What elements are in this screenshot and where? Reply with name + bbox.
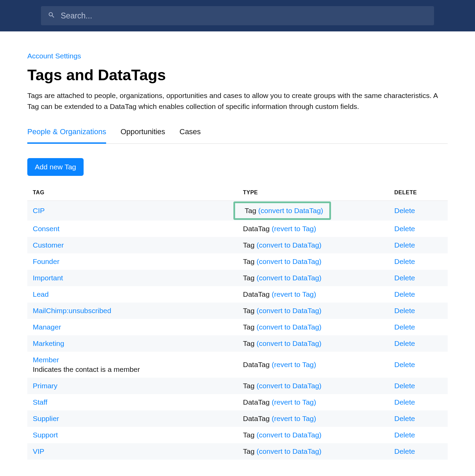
type-label: Tag bbox=[243, 241, 255, 249]
revert-to-tag-link[interactable]: (revert to Tag) bbox=[272, 290, 316, 298]
revert-to-tag-link[interactable]: (revert to Tag) bbox=[272, 361, 316, 369]
revert-to-tag-link[interactable]: (revert to Tag) bbox=[272, 398, 316, 406]
type-label: Tag bbox=[243, 323, 255, 331]
convert-to-datatag-link[interactable]: (convert to DataTag) bbox=[257, 431, 321, 439]
tag-link[interactable]: Staff bbox=[33, 398, 47, 406]
type-label: Tag bbox=[243, 339, 255, 348]
tag-link[interactable]: CIP bbox=[33, 207, 45, 214]
page-title: Tags and DataTags bbox=[27, 66, 448, 84]
type-label: Tag bbox=[245, 207, 256, 215]
search-input[interactable] bbox=[61, 11, 427, 20]
table-row: MailChimp:unsubscribedTag (convert to Da… bbox=[27, 303, 448, 319]
add-new-tag-button[interactable]: Add new Tag bbox=[27, 158, 84, 176]
table-row: LeadDataTag (revert to Tag)Delete bbox=[27, 286, 448, 303]
delete-link[interactable]: Delete bbox=[394, 339, 415, 347]
type-label: Tag bbox=[243, 431, 255, 439]
delete-link[interactable]: Delete bbox=[394, 431, 415, 439]
top-bar bbox=[0, 0, 475, 31]
type-label: DataTag bbox=[243, 415, 270, 423]
table-row: VIPTag (convert to DataTag)Delete bbox=[27, 443, 448, 460]
main-content: Account Settings Tags and DataTags Tags … bbox=[0, 31, 475, 476]
type-label: Tag bbox=[243, 274, 255, 282]
col-header-type: TYPE bbox=[238, 185, 389, 201]
tag-link[interactable]: VIP bbox=[33, 447, 44, 455]
revert-to-tag-link[interactable]: (revert to Tag) bbox=[272, 225, 316, 233]
type-label: DataTag bbox=[243, 361, 270, 369]
tag-link[interactable]: MailChimp:unsubscribed bbox=[33, 307, 111, 314]
table-row: FounderTag (convert to DataTag)Delete bbox=[27, 253, 448, 270]
delete-link[interactable]: Delete bbox=[394, 447, 415, 455]
type-label: Tag bbox=[243, 447, 255, 456]
type-label: DataTag bbox=[243, 398, 270, 406]
table-row: CustomerTag (convert to DataTag)Delete bbox=[27, 237, 448, 253]
convert-to-datatag-link[interactable]: (convert to DataTag) bbox=[257, 307, 321, 315]
tag-link[interactable]: Supplier bbox=[33, 415, 59, 422]
tag-link[interactable]: Founder bbox=[33, 257, 59, 265]
delete-link[interactable]: Delete bbox=[394, 241, 415, 249]
table-row: MemberIndicates the contact is a memberD… bbox=[27, 352, 448, 378]
tab-cases[interactable]: Cases bbox=[179, 127, 201, 144]
delete-link[interactable]: Delete bbox=[394, 257, 415, 265]
table-row: PrimaryTag (convert to DataTag)Delete bbox=[27, 378, 448, 394]
type-label: Tag bbox=[243, 382, 255, 390]
tag-link[interactable]: Marketing bbox=[33, 339, 64, 347]
table-row: CIPTag (convert to DataTag)Delete bbox=[27, 201, 448, 221]
tag-link[interactable]: Consent bbox=[33, 225, 59, 233]
tab-people-organizations[interactable]: People & Organizations bbox=[27, 127, 106, 144]
delete-link[interactable]: Delete bbox=[394, 361, 415, 368]
tag-link[interactable]: Primary bbox=[33, 382, 57, 390]
page-description: Tags are attached to people, organizatio… bbox=[27, 90, 448, 112]
tag-link[interactable]: Lead bbox=[33, 290, 49, 298]
convert-to-datatag-link[interactable]: (convert to DataTag) bbox=[258, 207, 323, 215]
convert-to-datatag-link[interactable]: (convert to DataTag) bbox=[257, 382, 321, 390]
tabs: People & OrganizationsOpportunitiesCases bbox=[27, 127, 448, 144]
delete-link[interactable]: Delete bbox=[394, 225, 415, 233]
type-label: Tag bbox=[243, 307, 255, 315]
convert-to-datatag-link[interactable]: (convert to DataTag) bbox=[257, 447, 321, 456]
convert-to-datatag-link[interactable]: (convert to DataTag) bbox=[257, 257, 321, 266]
delete-link[interactable]: Delete bbox=[394, 415, 415, 422]
table-row: StaffDataTag (revert to Tag)Delete bbox=[27, 394, 448, 410]
delete-link[interactable]: Delete bbox=[394, 274, 415, 282]
delete-link[interactable]: Delete bbox=[394, 323, 415, 331]
delete-link[interactable]: Delete bbox=[394, 307, 415, 314]
table-row: ImportantTag (convert to DataTag)Delete bbox=[27, 270, 448, 286]
type-label: DataTag bbox=[243, 225, 270, 233]
convert-to-datatag-link[interactable]: (convert to DataTag) bbox=[257, 241, 321, 249]
type-label: Tag bbox=[243, 257, 255, 266]
tag-link[interactable]: Important bbox=[33, 274, 63, 282]
search-container[interactable] bbox=[41, 6, 434, 25]
delete-link[interactable]: Delete bbox=[394, 290, 415, 298]
tag-link[interactable]: Support bbox=[33, 431, 58, 439]
tab-opportunities[interactable]: Opportunities bbox=[120, 127, 165, 144]
highlighted-cell: Tag (convert to DataTag) bbox=[233, 201, 331, 220]
tag-link[interactable]: Customer bbox=[33, 241, 64, 249]
breadcrumb-account-settings[interactable]: Account Settings bbox=[27, 52, 81, 60]
convert-to-datatag-link[interactable]: (convert to DataTag) bbox=[257, 274, 321, 282]
table-row: ManagerTag (convert to DataTag)Delete bbox=[27, 319, 448, 335]
tag-subtext: Indicates the contact is a member bbox=[33, 365, 232, 374]
tag-link[interactable]: Manager bbox=[33, 323, 61, 331]
convert-to-datatag-link[interactable]: (convert to DataTag) bbox=[257, 339, 321, 348]
table-row: MarketingTag (convert to DataTag)Delete bbox=[27, 335, 448, 352]
tags-table: TAG TYPE DELETE CIPTag (convert to DataT… bbox=[27, 185, 448, 460]
table-row: SupportTag (convert to DataTag)Delete bbox=[27, 427, 448, 443]
delete-link[interactable]: Delete bbox=[394, 207, 415, 214]
tag-link[interactable]: Member bbox=[33, 356, 59, 364]
search-icon bbox=[48, 11, 55, 20]
revert-to-tag-link[interactable]: (revert to Tag) bbox=[272, 415, 316, 423]
table-row: SupplierDataTag (revert to Tag)Delete bbox=[27, 410, 448, 427]
type-label: DataTag bbox=[243, 290, 270, 298]
table-row: ConsentDataTag (revert to Tag)Delete bbox=[27, 221, 448, 237]
col-header-tag: TAG bbox=[27, 185, 238, 201]
delete-link[interactable]: Delete bbox=[394, 382, 415, 390]
convert-to-datatag-link[interactable]: (convert to DataTag) bbox=[257, 323, 321, 331]
delete-link[interactable]: Delete bbox=[394, 398, 415, 406]
col-header-delete: DELETE bbox=[389, 185, 448, 201]
